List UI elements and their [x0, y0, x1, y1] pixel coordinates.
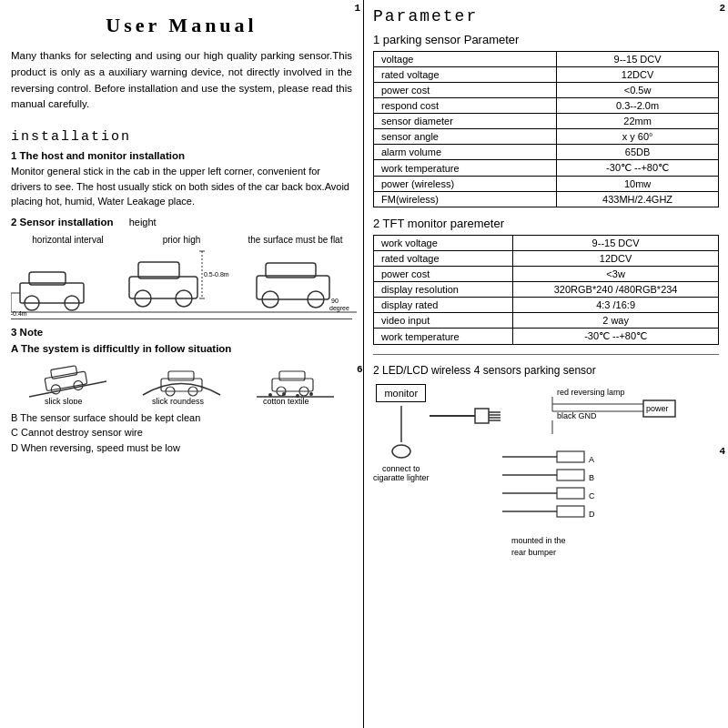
slick-cars-row: slick slope slick roundess — [11, 359, 352, 406]
slick-slope-svg: slick slope — [25, 359, 111, 404]
svg-text:black   GND: black GND — [557, 411, 597, 420]
cotton-textile: cotton textile — [252, 359, 339, 406]
slick-slope: slick slope — [25, 359, 111, 406]
svg-text:0.5-0.8m: 0.5-0.8m — [204, 271, 229, 278]
table-row: rated voltage12DCV — [374, 67, 719, 83]
wiring-right-svg: red reversing lamp black GND power A B — [502, 384, 684, 584]
table-row: sensor diameter22mm — [374, 114, 719, 129]
table-row: rated voltage12DCV — [374, 251, 719, 267]
svg-rect-8 — [129, 277, 197, 298]
section2-title: 2 TFT monitor paremeter — [373, 217, 719, 230]
wiring-diagram: monitor connect tocigaratte lighter — [373, 384, 719, 586]
right-panel: 2 Parameter 1 parking sensor Parameter v… — [364, 0, 728, 728]
main-title: User Manual — [11, 14, 352, 37]
svg-rect-1 — [20, 283, 84, 303]
svg-rect-60 — [557, 451, 584, 462]
svg-text:slick slope: slick slope — [45, 397, 83, 404]
svg-text:cotton textile: cotton textile — [263, 397, 309, 404]
intro-text: Many thanks for selecting and using our … — [11, 48, 352, 113]
parking-param-table: voltage9--15 DCVrated voltage12DCVpower … — [373, 51, 719, 207]
param-title: Parameter — [373, 7, 719, 25]
sensor-labels: horizontal interval prior high the surfa… — [11, 235, 352, 245]
label-surface: the surface must be flat — [238, 235, 352, 245]
label-prior: prior high — [125, 235, 238, 245]
table-row: voltage9--15 DCV — [374, 52, 719, 67]
install-sub1: 1 The host and monitor installation — [11, 150, 352, 161]
svg-text:0.3-0.4m: 0.3-0.4m — [11, 310, 27, 317]
car-diagrams-svg: 0.3-0.4m 0.5-0.8m — [11, 247, 357, 318]
svg-text:power: power — [646, 404, 669, 413]
table-row: respond cost0.3--2.0m — [374, 98, 719, 114]
left-panel: 1 User Manual Many thanks for selecting … — [0, 0, 364, 728]
note-d: D When reversing, speed must be low — [11, 440, 352, 456]
svg-rect-66 — [557, 488, 584, 499]
table-row: work voltage9--15 DCV — [374, 236, 719, 251]
table-row: FM(wireless)433MH/2.4GHZ — [374, 192, 719, 207]
table-row: alarm volume65DB — [374, 145, 719, 160]
svg-rect-16 — [257, 276, 329, 299]
installation-title: installation — [11, 129, 352, 145]
svg-text:A: A — [589, 455, 594, 464]
page-num-4: 4 — [719, 446, 725, 457]
svg-text:mounted  in  the: mounted in the — [511, 536, 566, 545]
page-num-6: 6 — [357, 364, 363, 375]
section1-title: 1 parking sensor Parameter — [373, 33, 719, 46]
wire-down-svg — [388, 406, 415, 460]
note-title: 3 Note — [11, 327, 352, 338]
note-section: 3 Note A The system is difficultly in fo… — [11, 327, 352, 456]
note-sub-a: A The system is difficultly in follow si… — [11, 343, 352, 354]
wiring-middle — [430, 389, 502, 507]
note-c: C Cannot destroy sensor wire — [11, 425, 352, 440]
install-sub1-text: Monitor general stick in the cab in the … — [11, 164, 352, 209]
table-row: display resolution320RGB*240 /480RGB*234 — [374, 282, 719, 298]
svg-rect-63 — [557, 470, 584, 480]
monitor-box: monitor — [376, 384, 426, 402]
wiring-middle-svg — [430, 389, 502, 507]
svg-point-37 — [309, 392, 313, 396]
table-row: display rated4:3 /16:9 — [374, 298, 719, 313]
svg-text:B: B — [589, 473, 594, 482]
wiring-section-title: 2 LED/LCD wireless 4 sensors parking sen… — [373, 364, 719, 377]
cotton-textile-svg: cotton textile — [252, 359, 339, 404]
svg-line-22 — [29, 381, 106, 397]
svg-rect-46 — [475, 409, 489, 423]
note-b: B The sensor surface should be kept clea… — [11, 410, 352, 426]
svg-text:rear bumper: rear bumper — [511, 548, 556, 557]
cigarette-label: connect tocigaratte lighter — [373, 464, 430, 482]
note-items: B The sensor surface should be kept clea… — [11, 410, 352, 456]
table-row: sensor anglex y 60° — [374, 129, 719, 145]
page-num-1: 1 — [354, 3, 360, 14]
label-horizontal: horizontal interval — [11, 235, 125, 245]
section-divider — [373, 354, 719, 355]
slick-roundess-svg: slick roundess — [138, 359, 225, 404]
table-row: power (wireless)10mw — [374, 177, 719, 192]
wiring-left: monitor connect tocigaratte lighter — [373, 384, 430, 482]
table-row: work temperature-30℃ --+80℃ — [374, 329, 719, 345]
svg-point-44 — [392, 445, 410, 458]
table-row: power cost<0.5w — [374, 83, 719, 98]
svg-rect-69 — [557, 506, 584, 517]
svg-text:degree: degree — [329, 305, 349, 312]
table-row: video input2 way — [374, 313, 719, 329]
svg-text:90: 90 — [331, 298, 339, 304]
height-label: height — [129, 217, 157, 228]
svg-text:red  reversing  lamp: red reversing lamp — [557, 388, 625, 397]
svg-text:slick roundess: slick roundess — [152, 397, 205, 404]
tft-param-table: work voltage9--15 DCVrated voltage12DCVp… — [373, 235, 719, 345]
table-row: work temperature-30℃ --+80℃ — [374, 160, 719, 177]
svg-text:D: D — [589, 510, 595, 519]
sensor-diagram: horizontal interval prior high the surfa… — [11, 235, 352, 319]
wiring-right: red reversing lamp black GND power A B — [502, 384, 719, 586]
slick-roundess: slick roundess — [138, 359, 225, 406]
table-row: power cost<3w — [374, 267, 719, 282]
page-num-2: 2 — [719, 3, 725, 14]
svg-text:C: C — [589, 491, 595, 500]
install-sub2: 2 Sensor installation — [11, 217, 113, 228]
